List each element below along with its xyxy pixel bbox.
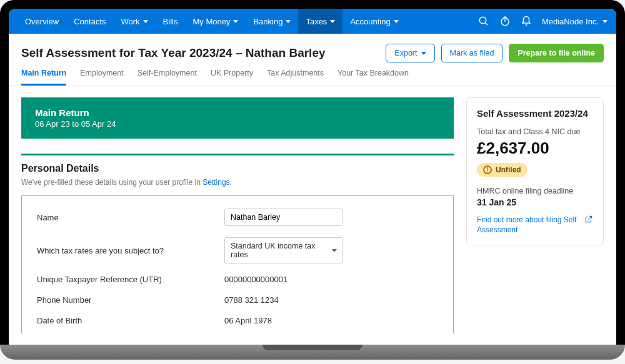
nav-label: Contacts <box>74 17 106 26</box>
section-help-text: We've pre-filled these details using you… <box>21 178 454 187</box>
company-name: MediaNode Inc. <box>542 17 599 26</box>
tab-main-return[interactable]: Main Return <box>21 69 66 86</box>
export-button[interactable]: Export <box>386 44 434 62</box>
chevron-down-icon <box>602 20 608 23</box>
tabs: Main Return Employment Self-Employment U… <box>9 69 616 86</box>
chevron-down-icon <box>421 52 426 55</box>
nav-label: Taxes <box>306 17 327 26</box>
nav-label: Work <box>121 17 140 26</box>
detail-value: Standard UK income tax rates <box>224 237 438 263</box>
nav-label: Bills <box>163 17 178 26</box>
timer-icon[interactable] <box>499 16 511 27</box>
summary-panel: Self Assessment 2023/24 Total tax and Cl… <box>466 97 604 245</box>
total-due-label: Total tax and Class 4 NIC due <box>477 127 593 136</box>
nav-label: Overview <box>25 17 59 26</box>
summary-title: Self Assessment 2023/24 <box>477 108 593 119</box>
svg-point-0 <box>479 17 486 24</box>
svg-line-1 <box>485 22 488 25</box>
top-nav: Overview Contacts Work Bills My Money Ba… <box>9 9 616 34</box>
external-link-icon <box>584 215 593 224</box>
nav-my-money[interactable]: My Money <box>185 9 246 34</box>
total-due-amount: £2,637.00 <box>477 139 593 158</box>
tax-rates-select[interactable]: Standard UK income tax rates <box>224 237 343 263</box>
summary-link-row: Find out more about filing Self Assessme… <box>477 215 593 235</box>
detail-value <box>224 209 438 226</box>
detail-row-name: Name <box>37 209 438 226</box>
chevron-down-icon <box>332 249 337 252</box>
nav-label: My Money <box>192 17 230 26</box>
prepare-file-button[interactable]: Prepare to file online <box>509 44 604 62</box>
main-content: Main Return 06 Apr 23 to 05 Apr 24 Perso… <box>9 86 616 345</box>
detail-row-utr: Unique Taxpayer Reference (UTR) 00000000… <box>37 275 438 284</box>
detail-value: 0788 321 1234 <box>224 295 438 305</box>
button-label: Export <box>394 49 417 57</box>
nav-label: Banking <box>253 17 282 26</box>
tab-tax-adjustments[interactable]: Tax Adjustments <box>267 69 324 86</box>
status-badge: ! Unfiled <box>477 163 528 177</box>
button-label: Prepare to file online <box>518 49 595 57</box>
help-prefix: We've pre-filled these details using you… <box>21 178 202 187</box>
settings-link[interactable]: Settings <box>202 178 229 187</box>
tab-employment[interactable]: Employment <box>80 69 123 86</box>
filing-info-link[interactable]: Find out more about filing Self Assessme… <box>477 215 579 235</box>
nav-taxes[interactable]: Taxes <box>298 9 342 34</box>
mark-filed-button[interactable]: Mark as filed <box>441 44 503 62</box>
detail-value: 00000000000001 <box>224 275 438 284</box>
deadline-label: HMRC online filing deadline <box>477 187 593 195</box>
banner-title: Main Return <box>35 107 440 118</box>
banner-subtitle: 06 Apr 23 to 05 Apr 24 <box>35 119 440 129</box>
tab-uk-property[interactable]: UK Property <box>211 69 253 86</box>
nav-items: Overview Contacts Work Bills My Money Ba… <box>18 9 406 34</box>
chevron-down-icon <box>286 20 291 23</box>
tab-your-breakdown[interactable]: Your Tax Breakdown <box>338 69 409 86</box>
nav-contacts[interactable]: Contacts <box>66 9 113 34</box>
button-label: Mark as filed <box>450 49 494 57</box>
deadline-date: 31 Jan 25 <box>477 197 593 207</box>
right-column: Self Assessment 2023/24 Total tax and Cl… <box>466 97 604 333</box>
laptop-base <box>0 345 625 360</box>
section-divider <box>21 154 454 155</box>
bell-icon[interactable] <box>521 16 532 27</box>
tab-self-employment[interactable]: Self-Employment <box>138 69 197 86</box>
page-title: Self Assessment for Tax Year 2023/24 – N… <box>21 46 326 60</box>
detail-value: 06 April 1978 <box>224 316 438 325</box>
warning-icon: ! <box>483 165 492 174</box>
nav-bills[interactable]: Bills <box>156 9 186 34</box>
nav-accounting[interactable]: Accounting <box>342 9 406 34</box>
nav-work[interactable]: Work <box>114 9 156 34</box>
help-suffix: . <box>230 178 232 187</box>
nav-banking[interactable]: Banking <box>246 9 298 34</box>
left-column: Main Return 06 Apr 23 to 05 Apr 24 Perso… <box>21 97 454 333</box>
header-actions: Export Mark as filed Prepare to file onl… <box>386 44 604 62</box>
detail-label: Name <box>37 213 224 222</box>
page-header: Self Assessment for Tax Year 2023/24 – N… <box>9 34 616 69</box>
detail-label: Unique Taxpayer Reference (UTR) <box>37 275 224 284</box>
section-title: Personal Details <box>21 163 454 174</box>
name-input[interactable] <box>224 209 343 226</box>
chevron-down-icon <box>143 20 148 23</box>
detail-label: Phone Number <box>37 295 224 305</box>
personal-details-section: Personal Details We've pre-filled these … <box>21 154 454 333</box>
chevron-down-icon <box>394 20 399 23</box>
search-icon[interactable] <box>478 16 489 27</box>
detail-row-dob: Date of Birth 06 April 1978 <box>37 316 438 325</box>
nav-label: Accounting <box>350 17 390 26</box>
detail-label: Which tax rates are you subject to? <box>37 246 224 255</box>
chevron-down-icon <box>233 20 238 23</box>
nav-overview[interactable]: Overview <box>18 9 66 34</box>
personal-details-box: Name Which tax rates are you subject to?… <box>21 195 454 333</box>
nav-right: MediaNode Inc. <box>478 16 608 27</box>
detail-row-phone: Phone Number 0788 321 1234 <box>37 295 438 305</box>
badge-label: Unfiled <box>496 165 521 174</box>
chevron-down-icon <box>330 20 335 23</box>
company-switcher[interactable]: MediaNode Inc. <box>542 17 608 26</box>
detail-label: Date of Birth <box>37 316 224 325</box>
select-value: Standard UK income tax rates <box>231 242 332 259</box>
main-return-banner: Main Return 06 Apr 23 to 05 Apr 24 <box>21 97 454 139</box>
detail-row-tax-rates: Which tax rates are you subject to? Stan… <box>37 237 438 263</box>
